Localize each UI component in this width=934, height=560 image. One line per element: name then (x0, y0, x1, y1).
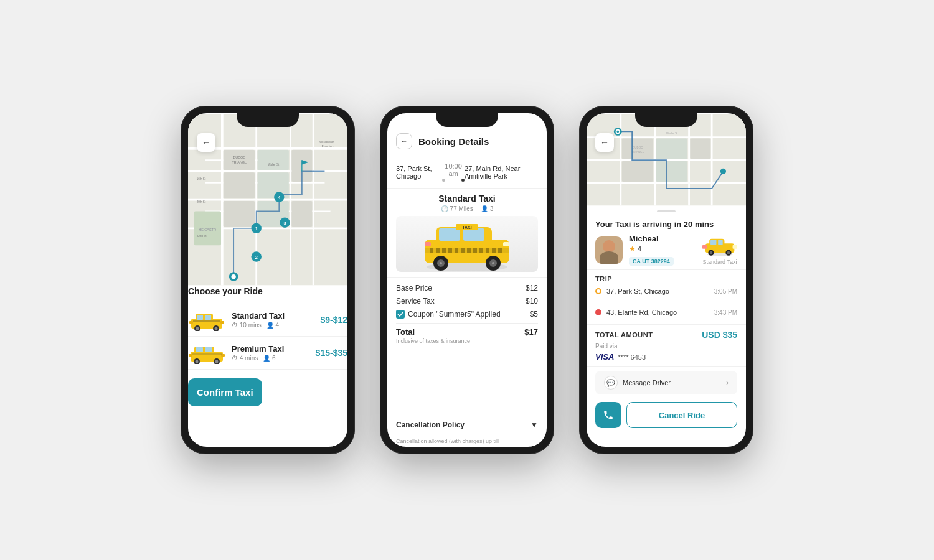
svg-point-60 (196, 360, 199, 363)
standard-taxi-info: Standard Taxi ⏱ 10 mins 👤 4 (232, 311, 314, 329)
svg-rect-19 (291, 201, 312, 227)
coupon-label: Coupon "Summer5" Applied (396, 310, 530, 319)
drag-handle (657, 210, 676, 212)
premium-taxi-price: $15-$35 (316, 348, 347, 358)
visa-logo: VISA (595, 352, 614, 362)
svg-rect-14 (258, 150, 289, 170)
map-area-3: DUBOC TRIANGL Waller St ← (587, 113, 746, 207)
trip-from: 37, Park St, Chicago 3:05 PM (595, 287, 737, 295)
svg-rect-71 (436, 248, 440, 253)
svg-rect-78 (479, 248, 483, 253)
cancel-ride-button[interactable]: Cancel Ride (626, 402, 737, 428)
total-row: Total $17 (396, 327, 538, 337)
svg-rect-81 (498, 248, 502, 253)
svg-point-110 (616, 131, 619, 133)
back-button-3[interactable]: ← (595, 133, 614, 152)
cancellation-label: Cancellation Policy (396, 421, 465, 429)
svg-text:Mission San: Mission San (319, 141, 334, 144)
back-button-1[interactable]: ← (197, 133, 215, 152)
svg-text:DUBOC: DUBOC (233, 156, 245, 159)
svg-text:22nd St: 22nd St (197, 235, 207, 238)
svg-rect-116 (718, 240, 722, 244)
svg-rect-55 (196, 347, 203, 352)
svg-rect-17 (224, 201, 255, 227)
svg-point-51 (215, 327, 218, 330)
svg-point-120 (710, 251, 713, 254)
svg-rect-75 (461, 248, 465, 253)
driver-car-label: Standard Taxi (702, 259, 737, 265)
back-button-2[interactable]: ← (396, 133, 412, 149)
svg-point-49 (196, 327, 199, 330)
driver-car-section: Standard Taxi (702, 235, 737, 265)
svg-rect-73 (448, 248, 452, 253)
notch-3 (635, 113, 697, 127)
svg-rect-77 (473, 248, 477, 253)
trip-line (600, 298, 600, 306)
svg-rect-118 (702, 245, 707, 249)
map-area-1: HE CASTR DUBOC TRIANGL Waller St 16th St… (188, 113, 347, 286)
coupon-value: $5 (530, 310, 538, 319)
standard-taxi-name: Standard Taxi (232, 311, 314, 320)
premium-taxi-car-img (188, 342, 225, 364)
cancellation-row[interactable]: Cancellation Policy ▼ (387, 414, 547, 436)
phone-2: ← Booking Details 37, Park St, Chicago 1… (380, 106, 554, 454)
svg-rect-102 (690, 138, 710, 159)
svg-rect-15 (258, 172, 289, 198)
svg-text:1: 1 (255, 226, 258, 232)
coupon-checkbox[interactable] (396, 310, 405, 319)
svg-text:HE CASTR: HE CASTR (199, 228, 216, 231)
svg-rect-44 (197, 315, 203, 320)
svg-rect-117 (733, 245, 737, 249)
standard-taxi-car-img (188, 309, 225, 331)
svg-point-86 (440, 262, 442, 264)
message-driver-row[interactable]: 💬 Message Driver › (595, 371, 737, 394)
service-tax-row: Service Tax $10 (396, 297, 538, 306)
choose-ride-title: Choose your Ride (188, 286, 347, 296)
notch-2 (436, 113, 498, 127)
driver-avatar (595, 236, 623, 264)
taxi-car-display: TAXI (396, 216, 538, 272)
message-icon: 💬 (604, 376, 618, 390)
visa-row: VISA **** 6453 (595, 352, 737, 362)
svg-rect-13 (224, 172, 255, 198)
svg-text:TAXI: TAXI (462, 225, 471, 230)
svg-rect-101 (656, 138, 687, 159)
call-button[interactable] (595, 402, 621, 428)
total-amount-label: TOTAL AMOUNT (595, 331, 653, 338)
message-chevron-icon: › (726, 378, 729, 387)
service-tax-label: Service Tax (396, 297, 435, 306)
ride-option-standard[interactable]: Standard Taxi ⏱ 10 mins 👤 4 $9-$12 (188, 304, 347, 337)
route-from: 37, Park St, Chicago (396, 165, 442, 180)
arriving-section: Your Taxi is arriving in 20 mins Micheal… (587, 213, 746, 270)
star-filled-icon: ★ (629, 245, 636, 253)
driver-name: Micheal (629, 234, 696, 243)
svg-rect-67 (439, 228, 460, 241)
svg-point-89 (492, 262, 494, 264)
driver-row: Micheal ★ 4 CA UT 382294 (595, 234, 737, 266)
notch-1 (237, 113, 299, 127)
taxi-type-section: Standard Taxi 🕐 77 Miles 👤 3 (387, 189, 547, 278)
svg-text:Waller St: Waller St (666, 132, 678, 135)
stop-destination-icon (595, 309, 601, 315)
svg-rect-46 (189, 321, 193, 324)
total-amount-row: TOTAL AMOUNT USD $35 (595, 330, 737, 340)
arriving-title: Your Taxi is arriving in 20 mins (595, 220, 737, 229)
svg-rect-82 (503, 242, 509, 246)
svg-rect-76 (467, 248, 471, 253)
ride-option-premium[interactable]: Premium Taxi ⏱ 4 mins 👤 6 $15-$35 (188, 337, 347, 370)
svg-text:TRIANGL: TRIANGL (631, 151, 644, 154)
total-section: TOTAL AMOUNT USD $35 Paid via VISA **** … (587, 325, 746, 367)
svg-rect-70 (430, 248, 433, 253)
base-price-label: Base Price (396, 284, 432, 292)
confirm-taxi-button[interactable]: Confirm Taxi (188, 378, 262, 406)
coupon-row: Coupon "Summer5" Applied $5 (396, 310, 538, 319)
svg-text:16th St: 16th St (197, 177, 206, 180)
svg-rect-80 (492, 248, 496, 253)
svg-text:3: 3 (283, 220, 286, 226)
bottom-actions: Cancel Ride (587, 398, 746, 434)
message-driver-left: 💬 Message Driver (604, 376, 671, 390)
svg-rect-104 (656, 161, 687, 182)
svg-rect-74 (455, 248, 458, 253)
phone-3: DUBOC TRIANGL Waller St ← (579, 106, 753, 454)
svg-text:20th St: 20th St (197, 200, 206, 203)
